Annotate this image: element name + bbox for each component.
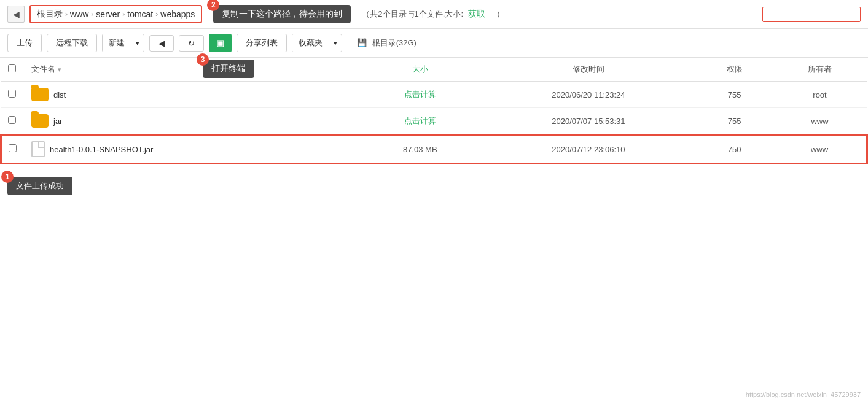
breadcrumb-server[interactable]: server [96,9,120,19]
col-perm-header: 权限 [697,58,772,82]
file-name-text: jar [53,117,62,126]
upload-success-badge: 1 文件上传成功 [7,177,72,195]
folder-icon [31,88,49,101]
toolbar: 上传 远程下载 新建 ▾ ◀ ↻ ▣ 3 打开终端 分享列表 收藏夹 ▾ 💾 根… [0,29,868,58]
breadcrumb-www[interactable]: www [70,9,88,19]
upload-button[interactable]: 上传 [7,34,42,52]
open-terminal-tooltip: 3 打开终端 [203,60,254,78]
search-input[interactable] [762,7,861,22]
breadcrumb-webapps[interactable]: webapps [160,9,195,19]
bookmark-arrow-icon[interactable]: ▾ [329,36,342,50]
col-owner-header: 所有者 [772,58,867,82]
table-row[interactable]: health1-0.0.1-SNAPSHOT.jar87.03 MB2020/0… [1,134,867,164]
file-icon [31,141,45,157]
nav-back-button[interactable]: ◀ [7,6,25,23]
breadcrumb: 根目录 › www › server › tomcat › webapps [29,5,202,23]
back-arrow-icon: ◀ [13,9,20,19]
breadcrumb-root[interactable]: 根目录 [37,9,63,20]
col-check-header [1,58,24,82]
new-main[interactable]: 新建 [103,34,131,52]
bookmark-main[interactable]: 收藏夹 [292,34,329,52]
remote-download-button[interactable]: 远程下载 [47,34,97,52]
file-mtime-cell: 2020/07/07 15:53:31 [480,108,697,135]
file-perm-cell: 755 [697,82,772,108]
file-name-cell[interactable]: jar [24,108,360,135]
table-header-row: 文件名 ▾ 大小 修改时间 权限 所有者 [1,58,867,82]
row-checkbox[interactable] [8,116,16,124]
file-perm-cell: 750 [697,134,772,164]
disk-icon: 💾 [357,38,367,47]
table-row[interactable]: jar点击计算2020/07/07 15:53:31755www [1,108,867,135]
copy-path-text: 复制一下这个路径，待会用的到 [222,9,342,20]
col-mtime-header: 修改时间 [480,58,697,82]
col-filename-header[interactable]: 文件名 ▾ [24,58,360,82]
file-name-text: dist [53,90,66,99]
disk-info: 💾 根目录(32G) [357,37,416,48]
bookmark-button[interactable]: 收藏夹 ▾ [292,34,342,52]
copy-path-tooltip: 2 复制一下这个路径，待会用的到 [213,5,351,23]
file-info-suffix: ） [496,9,504,20]
refresh-button[interactable]: ↻ [179,35,204,52]
file-mtime-cell: 2020/07/12 23:06:10 [480,134,697,164]
file-perm-cell: 755 [697,108,772,135]
new-button[interactable]: 新建 ▾ [102,34,144,52]
terminal-button[interactable]: ▣ [209,34,232,52]
terminal-button-wrap: ▣ 3 打开终端 [209,34,232,52]
share-list-button[interactable]: 分享列表 [237,34,287,52]
step-badge-1: 1 [1,171,14,183]
step-badge-3: 3 [197,53,209,66]
file-owner-cell: www [772,134,867,164]
file-name-cell[interactable]: dist [24,82,360,108]
file-name-text: health1-0.0.1-SNAPSHOT.jar [50,145,153,154]
row-checkbox[interactable] [9,144,17,152]
col-filename-label: 文件名 [31,64,55,75]
sort-icon[interactable]: ▾ [58,66,61,74]
select-all-checkbox[interactable] [8,64,16,72]
table-row[interactable]: dist点击计算2020/06/20 11:23:24755root [1,82,867,108]
file-size-cell[interactable]: 点击计算 [360,108,480,135]
new-arrow-icon[interactable]: ▾ [131,36,144,50]
file-size-link[interactable]: 获取 [468,9,485,20]
file-size-cell: 87.03 MB [360,134,480,164]
upload-success-text: 文件上传成功 [16,181,64,190]
file-owner-cell: root [772,82,867,108]
file-owner-cell: www [772,108,867,135]
file-table: 文件名 ▾ 大小 修改时间 权限 所有者 dist点击计算2020/06/20 … [0,58,868,164]
back-button[interactable]: ◀ [149,35,174,52]
breadcrumb-tomcat[interactable]: tomcat [127,9,153,19]
file-name-cell[interactable]: health1-0.0.1-SNAPSHOT.jar [24,134,360,164]
disk-label: 根目录(32G) [372,38,416,47]
file-size-cell[interactable]: 点击计算 [360,82,480,108]
open-terminal-text: 打开终端 [211,63,246,73]
status-bar: 1 文件上传成功 [0,164,868,207]
row-checkbox[interactable] [8,90,16,98]
file-mtime-cell: 2020/06/20 11:23:24 [480,82,697,108]
col-size-header: 大小 [360,58,480,82]
top-bar: ◀ 根目录 › www › server › tomcat › webapps … [0,0,868,29]
step-badge-2: 2 [207,0,219,11]
file-info-text: （共2个目录与1个文件,大小: [362,9,463,20]
folder-icon [31,114,49,128]
